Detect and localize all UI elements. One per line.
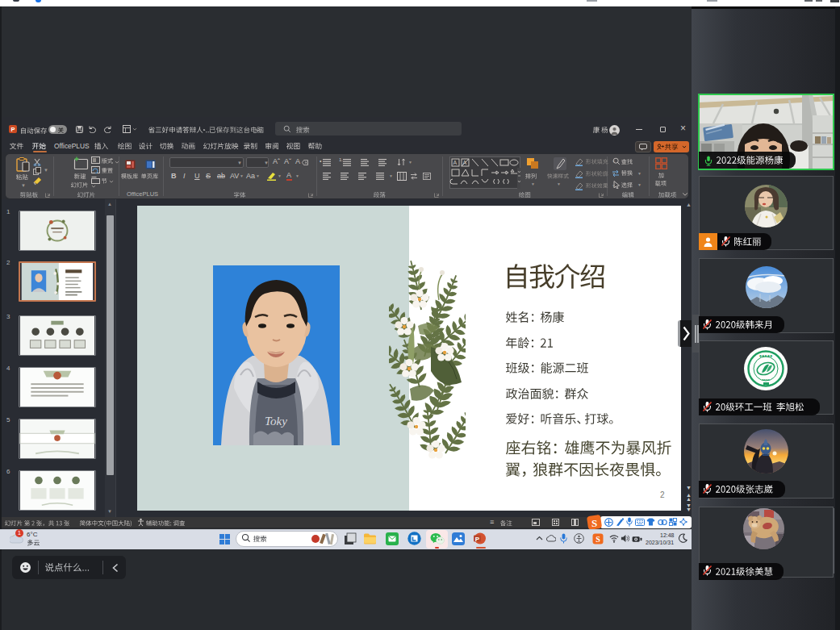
- svg-text:●●●●: ●●●●: [762, 378, 770, 382]
- svg-text:A: A: [453, 160, 458, 165]
- svg-text:Toky: Toky: [265, 415, 287, 428]
- svg-text:P: P: [475, 536, 480, 543]
- svg-text:●●●●●: ●●●●●: [759, 353, 773, 358]
- svg-text:A: A: [463, 160, 467, 165]
- svg-text:P: P: [10, 126, 15, 133]
- svg-text:S: S: [596, 535, 600, 544]
- svg-text:S: S: [591, 517, 597, 529]
